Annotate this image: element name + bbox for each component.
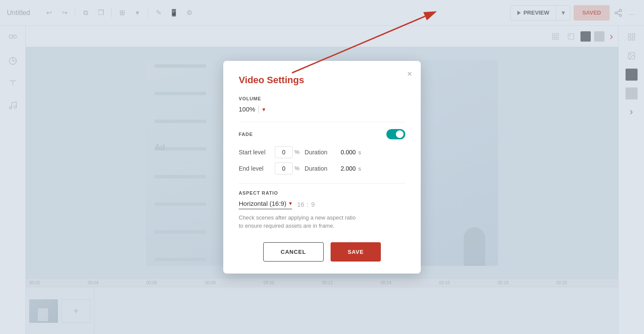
- ar-width: 16: [297, 201, 304, 208]
- ar-values: 16 : 9: [297, 201, 315, 208]
- video-settings-modal: Video Settings × VOLUME 100% ▾ FADE Star…: [223, 61, 421, 274]
- cancel-button[interactable]: CANCEL: [263, 242, 324, 262]
- fade-fields: Start level % Duration 0.000 s End level…: [239, 146, 405, 175]
- modal-overlay: Video Settings × VOLUME 100% ▾ FADE Star…: [0, 0, 644, 334]
- end-duration-unit: s: [358, 165, 361, 172]
- modal-title: Video Settings: [239, 75, 405, 86]
- end-duration-label: Duration: [305, 165, 336, 172]
- aspect-ratio-label: ASPECT RATIO: [239, 190, 405, 196]
- start-duration-unit: s: [358, 149, 361, 156]
- modal-footer: CANCEL SAVE: [239, 242, 405, 262]
- start-level-label: Start level: [239, 149, 270, 156]
- volume-value: 100%: [239, 105, 255, 113]
- aspect-ratio-value: Horizontal (16:9): [239, 200, 286, 207]
- end-level-label: End level: [239, 165, 270, 172]
- end-level-row: End level % Duration 2.000 s: [239, 162, 405, 175]
- start-level-row: Start level % Duration 0.000 s: [239, 146, 405, 158]
- ar-colon: :: [307, 201, 309, 208]
- volume-separator: [258, 105, 259, 113]
- fade-header-row: FADE: [239, 129, 405, 139]
- aspect-ratio-section: ASPECT RATIO Horizontal (16:9) ▾ 16 : 9 …: [239, 190, 405, 230]
- start-level-input-wrap: %: [275, 146, 300, 158]
- end-duration-value: 2.000 s: [341, 165, 362, 172]
- end-level-unit: %: [295, 165, 300, 172]
- volume-section-label: VOLUME: [239, 96, 405, 101]
- fade-section-label: FADE: [239, 132, 253, 137]
- toggle-thumb: [396, 130, 404, 138]
- start-duration-label: Duration: [305, 149, 336, 156]
- save-button[interactable]: SAVE: [331, 242, 381, 262]
- start-duration-value: 0.000 s: [341, 149, 362, 156]
- fade-toggle[interactable]: [386, 129, 405, 139]
- aspect-ratio-dropdown[interactable]: Horizontal (16:9) ▾: [239, 200, 292, 209]
- volume-row: 100% ▾: [239, 105, 405, 113]
- divider-2: [239, 183, 405, 184]
- modal-close-button[interactable]: ×: [407, 69, 412, 78]
- ar-height: 9: [311, 201, 315, 208]
- ar-dropdown-row: Horizontal (16:9) ▾ 16 : 9: [239, 200, 405, 209]
- start-level-input[interactable]: [275, 146, 293, 158]
- ar-note: Check scenes after applying a new aspect…: [239, 214, 405, 230]
- volume-dropdown-icon[interactable]: ▾: [262, 106, 265, 113]
- end-level-input[interactable]: [275, 162, 293, 175]
- start-level-unit: %: [295, 149, 300, 155]
- end-level-input-wrap: %: [275, 162, 300, 175]
- divider-1: [239, 122, 405, 122]
- ar-chevron-icon: ▾: [289, 200, 292, 207]
